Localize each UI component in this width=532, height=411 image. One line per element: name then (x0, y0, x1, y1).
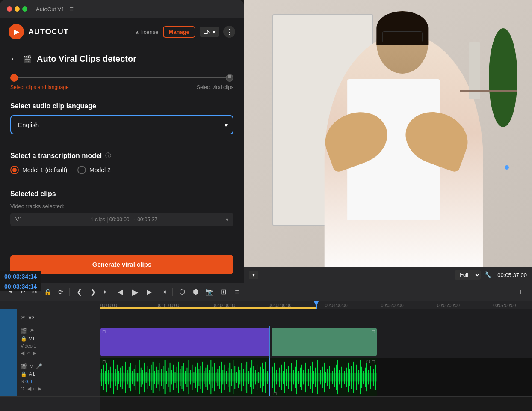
v2-track-label: 👁 V2 (0, 309, 100, 326)
clip-row-v1[interactable]: V1 1 clips | 00:00:00 → 00:05:37 ▾ (10, 213, 233, 226)
svg-rect-114 (295, 367, 296, 388)
model1-radio[interactable] (10, 166, 19, 174)
a1-lock-btn[interactable]: 🔒 (21, 371, 27, 377)
svg-rect-59 (198, 369, 199, 386)
more-menu-button[interactable]: ⋮ (223, 26, 235, 38)
v1-controls: 🎬 👁 🔒 V1 Video 1 ◀ ○ (17, 325, 100, 359)
tracks-content[interactable]: ◻ ◻ ◻ (100, 309, 532, 411)
language-selector[interactable]: EN ▾ (200, 27, 219, 37)
svg-rect-135 (331, 362, 331, 393)
v1-track-label: 🎬 👁 🔒 V1 Video 1 ◀ ○ (0, 326, 100, 358)
v1-prev-btn[interactable]: ◀ (21, 350, 24, 356)
preview-controls-bar: ▾ Full 50% 25% 🔧 00:05:37:00 (244, 267, 532, 283)
preview-dropdown-btn[interactable]: ▾ (249, 271, 258, 279)
svg-rect-121 (307, 372, 307, 383)
svg-rect-28 (146, 372, 147, 383)
prev-frame-btn[interactable]: ◀ (114, 286, 126, 298)
close-button[interactable] (7, 6, 12, 12)
svg-rect-56 (193, 372, 194, 383)
svg-rect-93 (257, 365, 257, 390)
a1-color-strip (0, 358, 17, 396)
svg-rect-72 (221, 362, 222, 393)
clip-row-chevron[interactable]: ▾ (226, 217, 228, 223)
svg-rect-139 (337, 360, 338, 394)
svg-rect-20 (132, 371, 133, 384)
go-to-in-btn[interactable]: ⇤ (100, 286, 112, 298)
generate-viral-clips-button[interactable]: Generate viral clips (10, 255, 233, 274)
svg-rect-52 (186, 368, 187, 387)
a1-mic-icon[interactable]: 🎤 (36, 363, 42, 369)
maximize-button[interactable] (22, 6, 27, 12)
settings-icon[interactable]: 🔧 (484, 271, 491, 278)
ruler-content: 00:00:00 00:01:00:00 00:02:00:00 00:03:0… (100, 301, 532, 309)
a1-s-label: S (21, 379, 24, 384)
a1-audio-clip-1[interactable]: ◻ // We'll just draw a den (100, 358, 269, 396)
model1-option[interactable]: Model 1 (default) (10, 166, 67, 174)
set-in-btn[interactable]: ❮ (73, 286, 85, 298)
svg-rect-109 (286, 369, 287, 386)
timecode-overlay: 00:03:34:14 (0, 271, 41, 282)
back-button[interactable]: ← (10, 54, 18, 63)
svg-rect-16 (125, 362, 126, 393)
timeline-ruler[interactable]: 00:00:00 00:01:00:00 00:02:00:00 00:03:0… (0, 301, 532, 309)
svg-rect-84 (241, 363, 242, 391)
svg-rect-47 (178, 362, 179, 393)
insert-btn[interactable]: ⬡ (176, 286, 188, 298)
play-pause-btn[interactable]: ▶ (128, 285, 142, 299)
svg-rect-117 (300, 368, 301, 387)
v1-clip-1[interactable]: ◻ (100, 328, 269, 356)
svg-rect-62 (204, 371, 204, 384)
svg-rect-86 (245, 365, 245, 390)
a1-clip-icon[interactable]: 🎬 (21, 363, 27, 369)
set-out-btn[interactable]: ❯ (87, 286, 99, 298)
title-bar: AutoCut V1 ≡ (0, 0, 244, 18)
lift-btn[interactable]: 📷 (204, 286, 216, 298)
v1-clip-icon[interactable]: 🎬 (21, 328, 27, 334)
v1-next-btn[interactable]: ▶ (33, 350, 36, 356)
model2-option[interactable]: Model 2 (77, 166, 111, 174)
info-icon[interactable]: ⓘ (105, 152, 111, 160)
tool-magnet[interactable]: ⟳ (56, 287, 66, 297)
svg-rect-68 (214, 363, 215, 391)
manage-button[interactable]: Manage (163, 26, 195, 38)
add-track-btn[interactable]: + (515, 286, 527, 298)
step-2-dot[interactable] (226, 74, 233, 82)
svg-rect-51 (185, 371, 186, 384)
next-frame-btn[interactable]: ▶ (143, 286, 155, 298)
a1-o-next[interactable]: ▶ (38, 386, 41, 392)
a1-o-sync[interactable]: ○ (33, 386, 36, 392)
model1-label: Model 1 (default) (22, 167, 67, 173)
svg-rect-80 (234, 366, 235, 389)
menu-icon[interactable]: ≡ (70, 5, 74, 13)
zoom-selector[interactable]: Full 50% 25% (455, 270, 481, 280)
v1-sync-btn[interactable]: ○ (27, 350, 30, 356)
model2-radio[interactable] (77, 166, 86, 174)
a1-playhead (269, 358, 270, 396)
a1-waveform-1: // We'll just draw a dense set of rectan… (100, 358, 269, 396)
minimize-button[interactable] (15, 6, 20, 12)
person-glasses (382, 31, 423, 42)
v2-visibility-btn[interactable]: 👁 (21, 315, 26, 321)
v1-clip-2[interactable]: ◻ (272, 328, 377, 356)
step-1-dot[interactable] (10, 74, 18, 82)
svg-rect-124 (312, 362, 313, 393)
v1-lock-btn[interactable]: 🔒 (21, 336, 27, 342)
svg-rect-61 (202, 362, 203, 393)
a1-audio-clip-2[interactable]: ⬡ ◻ ◻ (272, 358, 377, 396)
svg-rect-157 (368, 370, 369, 385)
language-select[interactable]: English French Spanish German (10, 115, 233, 134)
model1-radio-fill (12, 168, 17, 172)
go-to-out-btn[interactable]: ⇥ (157, 286, 169, 298)
more-tools[interactable]: ≡ (231, 286, 243, 298)
a1-o-prev[interactable]: ◀ (27, 386, 31, 392)
timeline-toolbar: ⚑ ↶ ✂ 🔒 ⟳ ❮ ❯ ⇤ ◀ ▶ ▶ ⇥ ⬡ ⬢ 📷 ⊞ ≡ + (0, 283, 532, 301)
v1-visibility-btn[interactable]: 👁 (30, 328, 35, 334)
v2-controls: 👁 V2 (17, 315, 100, 321)
extract-btn[interactable]: ⊞ (217, 286, 229, 298)
overwrite-btn[interactable]: ⬢ (190, 286, 202, 298)
svg-rect-44 (173, 365, 174, 390)
tool-lock[interactable]: 🔒 (41, 287, 54, 297)
svg-rect-24 (139, 360, 140, 394)
language-section-title: Select audio clip language (10, 102, 233, 110)
svg-rect-118 (301, 365, 302, 390)
